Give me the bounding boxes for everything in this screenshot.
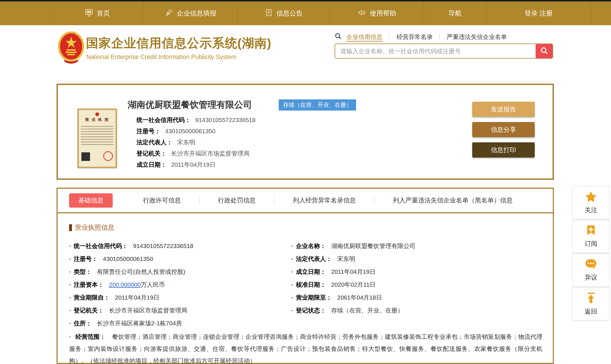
info-value: 2011年04月19日: [115, 294, 159, 302]
tab-admin-penalty[interactable]: 行政处罚信息: [218, 196, 256, 205]
business-scope-row: 经营范围：餐饮管理；酒店管理；商业管理；连锁企业管理；企业管理咨询服务；商业特许…: [69, 331, 544, 364]
info-label: 企业名称：: [296, 242, 326, 250]
info-row: 住所： 长沙市开福区蒋家垅2-1栋704房: [69, 317, 291, 330]
nav-item-navigation[interactable]: 导航: [424, 1, 487, 25]
national-emblem-logo: [58, 32, 84, 64]
sidebar-label: 订阅: [585, 239, 597, 248]
nav-item-announcements[interactable]: 信息公告: [237, 1, 330, 25]
search-icon: [540, 46, 548, 56]
info-label: 类型：: [74, 268, 92, 276]
info-value: 914301055722336518: [133, 243, 193, 249]
divider: [389, 34, 390, 40]
company-name: 湖南优厨联盟餐饮管理有限公司: [128, 99, 252, 111]
subscribe-button[interactable]: 订阅: [572, 220, 610, 253]
info-value: 430105000061350: [103, 255, 153, 262]
bookmark-plus-icon: [585, 225, 596, 237]
pen-icon: [165, 9, 173, 18]
info-value: 长沙市开福区市场监督管理局: [109, 306, 187, 314]
license-info-right-column: 企业名称： 湖南优厨联盟餐饮管理有限公司 法定代表人： 宋东明 成立日期： 20…: [291, 239, 544, 330]
info-row: 营业期限自： 2011年04月19日: [69, 291, 291, 304]
tab-basic-info[interactable]: 基础信息: [69, 193, 113, 208]
divider: [274, 197, 274, 204]
site-subtitle: National Enterprise Credit Information P…: [86, 54, 236, 61]
field-value: 430105000061350: [165, 128, 215, 135]
field-value: 宋东明: [177, 138, 195, 146]
nav-item-label: 首页: [97, 9, 110, 18]
divider: [440, 34, 440, 40]
detail-card: 基础信息 行政许可信息 行政处罚信息 列入经营异常名录信息 列入严重违法失信企业…: [56, 188, 554, 364]
site-header: 国家企业信用信息公示系统(湖南) National Enterprise Cre…: [0, 25, 611, 82]
info-row: 企业名称： 湖南优厨联盟餐饮管理有限公司: [291, 239, 544, 252]
company-field-row: 统一社会信用代码： 914301055722336518: [136, 114, 255, 125]
search-tab-abnormal-list[interactable]: 经营异常名录: [397, 33, 433, 41]
info-label: 统一社会信用代码：: [74, 242, 128, 250]
license-emblem-icon: [95, 112, 99, 116]
monitor-icon: [85, 9, 93, 18]
search-input[interactable]: [335, 44, 536, 58]
nav-item-home[interactable]: 首页: [51, 1, 144, 25]
info-row-registered-capital: 注册资本： 200.000000万人民币: [69, 278, 291, 291]
business-license-image: 营 业 执 照: [77, 109, 117, 168]
top-nav: 首页 企业信息填报 信息公告 使用帮助: [0, 0, 611, 25]
info-value: 2020年02月11日: [331, 281, 376, 289]
company-field-row: 法定代表人： 宋东明: [136, 137, 255, 148]
print-info-button[interactable]: 信息打印: [472, 142, 535, 158]
field-value: 914301055722336518: [195, 117, 255, 123]
info-value: 宋东明: [337, 255, 355, 263]
document-icon: [265, 9, 273, 18]
sidebar-label: 关注: [585, 206, 597, 215]
objection-button[interactable]: 异议: [572, 254, 610, 287]
site-title: 国家企业信用信息公示系统(湖南): [86, 35, 272, 52]
info-row: 成立日期： 2011年04月19日: [291, 265, 544, 278]
send-report-button[interactable]: 发送报告: [472, 102, 535, 117]
info-label: 注册资本：: [74, 281, 104, 289]
tab-admin-license[interactable]: 行政许可信息: [143, 196, 181, 205]
registered-capital-link[interactable]: 200.000000: [109, 281, 141, 288]
license-text-lines: [81, 124, 114, 145]
info-value: 2061年04月18日: [337, 294, 382, 302]
star-icon: [585, 191, 597, 204]
info-row: 登记状态： 存续（在营、开业、在册）: [291, 304, 544, 317]
company-field-row: 成立日期： 2011年04月19日: [136, 159, 255, 170]
back-to-top-icon: [585, 292, 597, 305]
nav-item-enterprise-filing[interactable]: 企业信息填报: [144, 1, 237, 25]
nav-item-label: 企业信息填报: [177, 9, 216, 18]
floating-sidebar: 关注 订阅 异议: [572, 186, 610, 320]
info-label: 登记机关：: [74, 306, 104, 314]
info-row: 法定代表人： 宋东明: [291, 252, 544, 265]
action-buttons: 发送报告 信息分享 信息打印: [472, 102, 535, 158]
license-title: 营 业 执 照: [81, 117, 114, 122]
tab-abnormal-list[interactable]: 列入经营异常名录信息: [293, 196, 356, 205]
nav-item-label: 导航: [448, 9, 462, 18]
field-value: 2011年04月19日: [171, 161, 216, 169]
search-tab-credit-info[interactable]: 企业信用信息: [346, 33, 382, 41]
info-label: 法定代表人：: [296, 255, 332, 263]
nav-item-label: 使用帮助: [370, 9, 396, 18]
info-row: 类型： 有限责任公司(自然人投资或控股): [69, 265, 291, 278]
company-fields: 统一社会信用代码： 914301055722336518 注册号： 430105…: [136, 114, 255, 170]
share-info-button[interactable]: 信息分享: [472, 122, 535, 137]
search-tab-blacklist[interactable]: 严重违法失信企业名单: [447, 33, 507, 41]
info-label: 营业期限至：: [296, 294, 332, 302]
follow-button[interactable]: 关注: [572, 186, 610, 219]
search-submit-button[interactable]: [536, 44, 553, 58]
back-to-top-button[interactable]: 返回: [572, 288, 610, 320]
section-header: 营业执照信息: [69, 223, 544, 232]
info-row: 核准日期： 2020年02月11日: [291, 278, 544, 291]
nav-item-help[interactable]: 使用帮助: [330, 1, 424, 25]
speaker-icon: [358, 9, 366, 18]
info-row: 营业期限至： 2061年04月18日: [291, 291, 544, 304]
search-type-tabs: 企业信用信息 经营异常名录 严重违法失信企业名单: [335, 33, 507, 41]
field-label: 注册号：: [136, 127, 161, 135]
nav-item-login-register[interactable]: 登录 注册: [487, 1, 591, 25]
info-value: 2011年04月19日: [331, 268, 376, 276]
info-label: 注册号：: [74, 255, 98, 263]
info-row: 登记机关： 长沙市开福区市场监督管理局: [69, 304, 291, 317]
info-label: 成立日期：: [296, 268, 326, 276]
page: 首页 企业信息填报 信息公告 使用帮助: [0, 0, 611, 364]
tab-blacklist[interactable]: 列入严重违法失信企业名单（黑名单）信息: [393, 196, 513, 205]
field-label: 成立日期：: [136, 161, 167, 169]
search-box: [335, 44, 553, 59]
section-bar-icon: [69, 224, 72, 231]
info-label: 营业期限自：: [74, 294, 110, 302]
